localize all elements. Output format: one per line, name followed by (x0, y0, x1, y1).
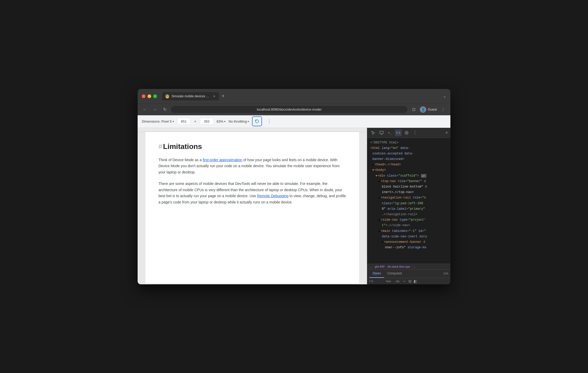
zoom-label: 83% (217, 119, 223, 123)
inspect-element-button[interactable] (370, 129, 377, 136)
tree-line-nav-rail4: …</navigation-rail> (368, 212, 449, 217)
tree-line-main2: data-side-nav-inert data (368, 234, 449, 239)
tree-line-doctype: <!DOCTYPE html> (368, 140, 449, 146)
device-mode-icon (379, 131, 384, 135)
devtools-panel: >_ ⋮ × (367, 128, 450, 284)
breadcrumb-item-2[interactable]: ght-400 (375, 265, 384, 268)
tree-line-announcement[interactable]: ▶<announcement-banner d (368, 239, 449, 245)
styles-more-button[interactable]: >> (443, 271, 448, 276)
tree-line-head[interactable]: ▶<head>…</head> (368, 162, 449, 167)
tree-line-html2: cookies-accepted data- (368, 151, 449, 157)
maximize-button[interactable] (153, 94, 157, 98)
console-button[interactable]: >_ (387, 129, 393, 136)
tab-bar: Simulate mobile devices with D × + ⌄ (162, 92, 446, 100)
device-toolbar: Dimensions: Pixel 5 ▾ × 83% ▾ No throttl… (138, 115, 450, 128)
device-selector[interactable]: Dimensions: Pixel 5 ▾ (142, 119, 174, 123)
profile-button[interactable]: 👤 Guest (420, 106, 437, 113)
address-bar-actions: ⊡ 👤 Guest ⋮ (410, 106, 447, 113)
tree-line-nav-rail[interactable]: ▶<navigation-rail role="n (368, 195, 449, 201)
new-style-rule-button[interactable]: ◧ (414, 279, 417, 283)
tree-line-top-nav2: block hairline-bottom" d (368, 184, 449, 190)
add-style-button[interactable]: + (402, 279, 406, 283)
paragraph-2: There are some aspects of mobile devices… (158, 181, 346, 206)
ruler-top (138, 128, 367, 132)
settings-icon (405, 131, 408, 135)
heading-text: Limitations (163, 142, 202, 151)
svg-rect-0 (380, 131, 383, 134)
avatar: 👤 (420, 106, 426, 113)
tab-favicon (165, 94, 169, 98)
tab-styles[interactable]: Styles (369, 269, 384, 278)
zoom-dropdown-icon: ▾ (224, 120, 225, 123)
height-input[interactable] (200, 118, 213, 125)
page-frame: #Limitations Think of Device Mode as a f… (145, 132, 359, 283)
window-menu-button[interactable]: ⌄ (443, 94, 446, 99)
tree-line-announcement2: nner--info" storage-ke (368, 245, 449, 250)
rotate-button[interactable] (252, 116, 262, 126)
reload-button[interactable]: ↻ (161, 106, 168, 113)
browser-window: Simulate mobile devices with D × + ⌄ ← →… (138, 89, 450, 284)
devtools-toolbar: >_ ⋮ × (367, 128, 450, 138)
tree-line-top-nav[interactable]: ▶<top-nav role="banner" d (368, 179, 449, 184)
tree-line-html3: banner-dismissed> (368, 157, 449, 162)
title-bar: Simulate mobile devices with D × + ⌄ (138, 89, 450, 104)
breadcrumb: ... › ght-400 › div.stack.flow-spa › ... (367, 264, 450, 269)
more-options-button[interactable]: ⋮ (265, 117, 273, 125)
device-mode-button[interactable] (378, 129, 385, 136)
devtools-more-button[interactable]: ⋮ (412, 129, 418, 136)
browser-menu-button[interactable]: ⋮ (439, 106, 447, 113)
tree-line-side-nav2: t">…</side-nav> (368, 223, 449, 228)
first-order-link[interactable]: first-order approximation (203, 158, 242, 162)
dimension-separator: × (194, 119, 196, 123)
width-input[interactable] (177, 118, 191, 125)
rotate-icon (255, 119, 259, 124)
tree-line-nav-rail2: class="lg:pad-left-200 (368, 201, 449, 206)
back-button[interactable]: ← (141, 106, 149, 113)
viewport: #Limitations Think of Device Mode as a f… (138, 128, 367, 284)
device-dropdown-icon: ▾ (173, 120, 174, 123)
tab-close-button[interactable]: × (213, 94, 216, 99)
throttle-label: No throttling (229, 119, 247, 123)
settings-button[interactable] (403, 129, 410, 136)
remote-debugging-link[interactable]: Remote Debugging (257, 194, 289, 198)
page-content: #Limitations Think of Device Mode as a f… (145, 132, 359, 221)
heading-hash: # (158, 142, 163, 151)
tab-computed[interactable]: Computed (384, 269, 405, 278)
zoom-selector[interactable]: 83% ▾ (217, 119, 225, 123)
content-area: #Limitations Think of Device Mode as a f… (138, 128, 450, 284)
minimize-button[interactable] (148, 94, 151, 98)
device-selector-label: Dimensions: Pixel 5 (142, 119, 172, 123)
tree-line-body[interactable]: ▼<body> (368, 167, 449, 173)
address-bar-row: ← → ↻ ⊡ 👤 Guest ⋮ (138, 104, 450, 115)
inspect-icon (371, 131, 375, 135)
filter-input[interactable] (369, 280, 382, 283)
breadcrumb-item-4[interactable]: ... (413, 265, 415, 268)
tree-line-html: <html lang="en" data- (368, 146, 449, 151)
tree-line-main[interactable]: ▶<main tabindex="-1" id=" (368, 228, 449, 234)
tree-line-div-scaffold[interactable]: ▼<div class="scaffold"> gr (368, 173, 449, 179)
sources-button[interactable] (395, 129, 402, 136)
hov-button[interactable]: :hov (384, 279, 392, 283)
profile-name: Guest (428, 107, 437, 111)
breadcrumb-item-3[interactable]: div.stack.flow-spa (388, 265, 410, 268)
traffic-lights (142, 94, 157, 98)
toggle-element-state-button[interactable]: ⊟ (408, 279, 412, 283)
breadcrumb-item-1[interactable]: ... (369, 265, 372, 268)
new-tab-button[interactable]: + (220, 93, 226, 99)
cls-button[interactable]: .cls (394, 279, 401, 283)
paragraph-1: Think of Device Mode as a first-order ap… (158, 157, 346, 176)
active-tab[interactable]: Simulate mobile devices with D × (162, 92, 219, 100)
tab-title: Simulate mobile devices with D (172, 94, 211, 98)
filter-bar: :hov .cls + ⊟ ◧ (367, 278, 450, 284)
more-icon: ⋮ (267, 119, 271, 124)
tree-line-side-nav[interactable]: ▶<side-nav type="project' (368, 217, 449, 223)
devtools-close-button[interactable]: × (445, 130, 448, 135)
cast-icon[interactable]: ⊡ (410, 106, 417, 113)
address-input[interactable] (171, 106, 407, 113)
forward-button[interactable]: → (151, 106, 158, 113)
close-button[interactable] (142, 94, 145, 98)
html-tree[interactable]: <!DOCTYPE html> <html lang="en" data- co… (367, 138, 450, 264)
throttle-selector[interactable]: No throttling ▾ (229, 119, 249, 123)
sources-icon (396, 131, 400, 135)
tree-line-top-nav3: inert>…</top-nav> (368, 190, 449, 195)
